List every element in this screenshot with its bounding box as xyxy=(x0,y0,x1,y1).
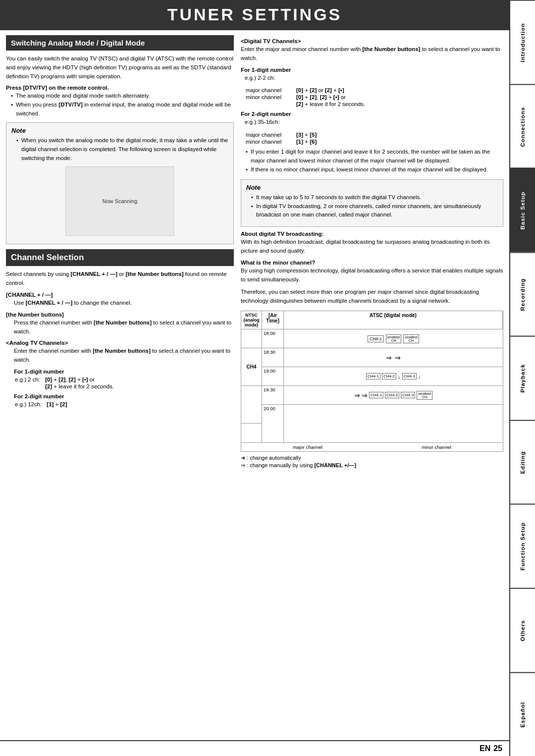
analog-1digit-table: e.g.) 2 ch: [0] + [2], [2] + [•] or [2] … xyxy=(14,376,115,390)
digital-bullets: If you enter 1 digit for major channel a… xyxy=(241,148,503,174)
atsc-row-5 xyxy=(284,405,503,424)
digital-1digit-heading: For 1-digit number xyxy=(241,67,503,73)
minor-channel-code3: [1] + [6] xyxy=(296,139,317,145)
channel-selection-header: Channel Selection xyxy=(6,249,234,266)
note-bullet-2-2: In digital TV broadcasting, 2 or more ch… xyxy=(251,202,498,220)
right-column: <Digital TV Channels> Enter the major an… xyxy=(241,35,503,735)
smallest-ch-2: smallestCH xyxy=(403,334,419,343)
minor-channel-question-body2: Therefore, you can select more than one … xyxy=(241,288,503,306)
time-1800: 18:00 xyxy=(262,329,283,348)
diagram-airtime-label: [Air Time] xyxy=(262,311,284,329)
change-auto-label: ➜ : change automatically xyxy=(241,455,503,461)
sidebar-introduction: Introduction xyxy=(510,0,535,84)
digital-1digit-table: major channel [0] + [2] or [2] + [•] min… xyxy=(245,86,366,108)
switching-bullet-1: The analog mode and digital mode switch … xyxy=(11,92,234,101)
ntsc-empty-1 xyxy=(241,329,262,348)
press-dtv-heading: Press [DTV/TV] on the remote control. xyxy=(6,85,234,91)
analog-1digit-code2: [2] + leave it for 2 seconds. xyxy=(45,383,114,389)
diagram-body: CH4 18:00 18:30 19:00 19:30 20:00 xyxy=(241,329,503,442)
ntsc-empty-3 xyxy=(241,424,262,442)
arrow-down-1: ↓ xyxy=(398,374,401,379)
time-1900: 19:00 xyxy=(262,367,283,386)
digital-tv-intro: Enter the major and minor channel number… xyxy=(241,45,503,63)
diagram-ntsc-label: NTSC(analog mode) xyxy=(241,311,262,329)
analog-1digit-eg: e.g.) 2 ch: xyxy=(15,377,44,382)
number-buttons-body: Press the channel number with [the Numbe… xyxy=(6,319,234,336)
digital-2digit-heading: For 2-digit number xyxy=(241,111,503,117)
digital-tv-heading: <Digital TV Channels> xyxy=(241,38,503,44)
about-digital-heading: About digital TV broadcasting: xyxy=(241,231,503,237)
ch4-1-box-3: CH4-1 xyxy=(369,392,383,398)
arrow-down-2: ↓ xyxy=(418,374,421,379)
ntsc-empty-2 xyxy=(241,386,262,424)
about-digital-section: About digital TV broadcasting: With its … xyxy=(241,231,503,306)
switching-bullets: The analog mode and digital mode switch … xyxy=(6,92,234,118)
channel-intro: Select channels by using [CHANNEL + / —]… xyxy=(6,270,234,288)
digital-bullet-1: If you enter 1 digit for major channel a… xyxy=(246,148,503,165)
diagram-legend: major channel minor channel xyxy=(241,442,503,451)
ch4-1-box-1: CH4-1 xyxy=(368,335,384,342)
major-channel-code2: [3] + [5] xyxy=(296,132,317,138)
ch4-3-box-2: CH4-3 xyxy=(401,392,415,398)
ch4-1-box-2: CH4-1 xyxy=(366,373,380,379)
minor-channel-code2: [2] + leave it for 2 seconds. xyxy=(296,101,365,107)
sidebar-connections: Connections xyxy=(510,84,535,168)
left-column: Switching Analog Mode / Digital Mode You… xyxy=(6,35,234,735)
scanning-text: Now Scanning xyxy=(103,198,138,204)
right-sidebar: Introduction Connections Basic Setup Rec… xyxy=(509,0,535,756)
smallest-ch-3: smallestCH xyxy=(417,391,432,400)
digital-1digit-eg: e.g.) 2-2 ch: xyxy=(245,74,503,83)
channel-diagram: NTSC(analog mode) [Air Time] ATSC (digit… xyxy=(241,311,503,452)
page-title: TUNER SETTINGS xyxy=(0,0,509,30)
major-channel-legend: major channel xyxy=(293,444,322,450)
analog-2digit-code: [1] + [2] xyxy=(47,401,67,407)
analog-tv-intro: Enter the channel number with [the Numbe… xyxy=(6,347,234,365)
about-digital-body: With its high definition broadcast, digi… xyxy=(241,238,503,256)
atsc-row-1: CH4-1 smallestCH smallestCH xyxy=(284,329,503,348)
note-box-1: Note When you switch the analog mode to … xyxy=(6,122,234,244)
change-legend: ➜ : change automatically ⇒ : change manu… xyxy=(241,455,503,469)
change-manual-label: ⇒ : change manually by using [CHANNEL +/… xyxy=(241,462,503,469)
note-title-1: Note xyxy=(11,127,228,134)
digital-bullet-2: If there is no minor channel input, lowe… xyxy=(246,165,503,174)
note-box-2: Note It may take up to 5 to 7 seconds to… xyxy=(241,179,503,227)
switching-bullet-2: When you press [DTV/TV] in external inpu… xyxy=(11,101,234,118)
major-channel-code: [0] + [2] or [2] + [•] xyxy=(296,87,365,93)
major-channel-label: major channel xyxy=(246,87,295,93)
note-bullets-1: When you switch the analog mode to the d… xyxy=(11,136,228,162)
analog-2digit-eg: e.g.) 12ch: xyxy=(15,401,46,407)
digital-tv-section: <Digital TV Channels> Enter the major an… xyxy=(241,38,503,174)
analog-1digit-code1: [0] + [2], [2] + [•] or xyxy=(45,377,114,382)
minor-channel-code1: [0] + [2], [2] + [•] or xyxy=(296,94,365,100)
minor-channel-label: minor channel xyxy=(246,94,295,100)
minor-channel-legend: minor channel xyxy=(422,444,451,450)
minor-channel-label-2: minor channel xyxy=(246,139,295,145)
channel-plus-minus-body: Use [CHANNEL + / —] to change the channe… xyxy=(6,299,234,308)
ch4-3-box-1: CH4-3 xyxy=(402,373,417,379)
major-channel-label-2: major channel xyxy=(246,132,295,138)
scanning-screen: Now Scanning xyxy=(65,166,174,236)
atsc-row-4: ⇒ ⇒ CH4-1 CH4-2 CH4-3 smallestCH xyxy=(284,386,503,405)
sidebar-espanol: Español xyxy=(510,672,535,756)
time-2000: 20:00 xyxy=(262,405,283,424)
ch4-2-box-1: CH4-2 xyxy=(382,373,396,379)
note-title-2: Note xyxy=(246,184,498,191)
atsc-row-3: CH4-1 CH4-2 ↓ CH4-3 ↓ xyxy=(284,367,503,386)
digital-2digit-table: major channel [3] + [5] minor channel [1… xyxy=(245,131,318,146)
sidebar-others: Others xyxy=(510,588,535,672)
en-label: EN xyxy=(480,744,490,753)
analog-2digit-table: e.g.) 12ch: [1] + [2] xyxy=(14,400,68,408)
time-1930: 19:30 xyxy=(262,386,283,405)
smallest-ch-1: smallestCH xyxy=(386,334,402,343)
page-number: 25 xyxy=(493,744,502,753)
note-bullet-2-1: It may take up to 5 to 7 seconds to swit… xyxy=(251,193,498,202)
arrow-right-3: ⇒ xyxy=(354,391,360,399)
ntsc-col: CH4 xyxy=(241,329,262,442)
sidebar-playback: Playback xyxy=(510,336,535,420)
arrow-right-4: ⇒ xyxy=(362,391,368,399)
analog-tv-heading: <Analog TV Channels> xyxy=(6,340,234,346)
analog-2digit-heading: For 2-digit number xyxy=(6,393,234,399)
digital-2digit-eg: e.g.) 35-16ch: xyxy=(245,118,503,127)
arrow-right-2: ⇒ xyxy=(395,354,401,362)
switching-section-header: Switching Analog Mode / Digital Mode xyxy=(6,35,234,51)
